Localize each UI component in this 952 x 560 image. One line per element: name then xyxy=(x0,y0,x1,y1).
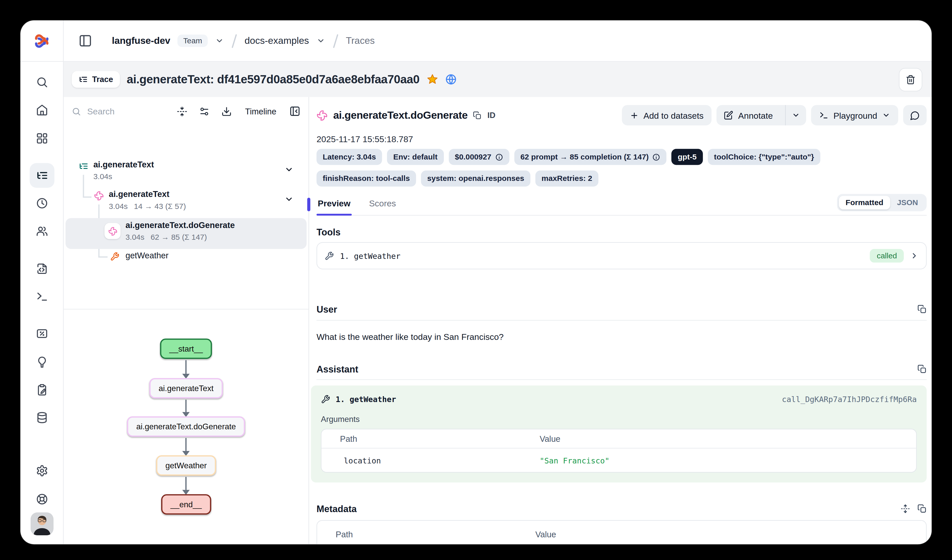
users-icon[interactable] xyxy=(36,225,48,237)
playground-button[interactable]: Playground xyxy=(811,105,898,125)
tree-settings-icon[interactable] xyxy=(199,106,210,116)
breadcrumb-org[interactable]: langfuse-dev xyxy=(112,35,170,46)
delete-trace-button[interactable] xyxy=(899,68,923,91)
observation-title: ai.generateText.doGenerate xyxy=(333,109,468,121)
sidebar-item-traces-active[interactable] xyxy=(29,163,54,188)
tool-definition-row[interactable]: 1. getWeather called xyxy=(317,242,927,269)
chevron-right-icon[interactable] xyxy=(910,251,919,260)
detail-header: ai.generateText.doGenerate ID Add to dat… xyxy=(317,105,927,125)
tool-choice-badge: toolChoice: {"type":"auto"} xyxy=(708,149,820,165)
annotate-dropdown-chevron[interactable] xyxy=(785,105,806,125)
arg-path: location xyxy=(321,455,540,465)
copy-icon[interactable] xyxy=(473,111,482,119)
graph-edge xyxy=(185,438,187,451)
support-icon[interactable] xyxy=(36,493,48,505)
graph-node-end[interactable]: __end__ xyxy=(161,494,211,515)
tab-scores[interactable]: Scores xyxy=(368,196,397,215)
insights-icon[interactable] xyxy=(36,356,48,368)
trace-graph: __start__ ai.generateText ai.generateTex… xyxy=(64,309,309,544)
comment-button[interactable] xyxy=(903,105,927,125)
org-switcher-chevron-icon[interactable] xyxy=(215,36,224,45)
toggle-json[interactable]: JSON xyxy=(890,196,925,210)
toggle-formatted[interactable]: Formatted xyxy=(839,196,890,210)
chevron-down-icon[interactable] xyxy=(284,165,294,174)
breadcrumb: langfuse-dev Team docs-examples Traces xyxy=(64,20,932,61)
trace-type-badge: Trace xyxy=(72,71,120,88)
generation-icon xyxy=(317,110,328,121)
copy-icon[interactable] xyxy=(917,304,927,314)
assistant-tool-call-card: 1. getWeather call_DgKARp7a7IhJPDczfifMp… xyxy=(311,386,927,483)
tree-gen-tokens: 14 → 43 (Σ 57) xyxy=(134,202,186,211)
graph-edge xyxy=(185,477,187,490)
max-retries-badge: maxRetries: 2 xyxy=(535,170,598,187)
badge-row-2: finishReason: tool-calls system: openai.… xyxy=(317,170,927,187)
copy-icon[interactable] xyxy=(917,365,927,374)
scores-icon[interactable] xyxy=(36,327,48,339)
graph-node-generatetext[interactable]: ai.generateText xyxy=(149,378,223,398)
download-icon[interactable] xyxy=(221,106,232,116)
copy-icon[interactable] xyxy=(917,504,927,514)
annotation-icon[interactable] xyxy=(36,384,48,396)
search-input[interactable] xyxy=(86,106,154,117)
model-badge[interactable]: gpt-5 xyxy=(672,149,703,165)
public-globe-icon[interactable] xyxy=(445,74,457,85)
user-message: What is the weather like today in San Fr… xyxy=(317,332,927,342)
tools-heading: Tools xyxy=(317,227,927,237)
home-icon[interactable] xyxy=(36,104,48,116)
graph-edge xyxy=(185,400,187,412)
sidebar-toggle-icon[interactable] xyxy=(79,34,92,47)
prompts-icon[interactable] xyxy=(36,262,48,275)
tool-call-name: 1. getWeather xyxy=(336,395,396,404)
panel-resize-handle[interactable] xyxy=(307,198,310,211)
info-icon[interactable] xyxy=(652,153,661,161)
section-divider xyxy=(317,380,927,380)
icon-rail xyxy=(20,62,64,544)
graph-node-dogenerate[interactable]: ai.generateText.doGenerate xyxy=(127,416,245,437)
tree-row-generation-label[interactable]: ai.generateText xyxy=(109,190,170,199)
metadata-table: Path Value xyxy=(317,520,927,545)
tree-row-dogenerate-label[interactable]: ai.generateText.doGenerate xyxy=(125,221,235,230)
collapse-all-icon[interactable] xyxy=(177,106,188,116)
tool-call-id: call_DgKARp7a7IhJPDczfifMp6Ra xyxy=(782,395,917,404)
tree-row-root-label[interactable]: ai.generateText xyxy=(93,160,154,169)
breadcrumb-project[interactable]: docs-examples xyxy=(244,35,309,46)
chevron-down-icon[interactable] xyxy=(284,194,294,204)
assistant-section-header: Assistant xyxy=(317,364,927,374)
playground-icon[interactable] xyxy=(36,290,48,303)
graph-node-start[interactable]: __start__ xyxy=(160,339,212,359)
tree-row-tool-label[interactable]: getWeather xyxy=(125,251,168,260)
breadcrumb-section[interactable]: Traces xyxy=(346,35,374,46)
tab-preview[interactable]: Preview xyxy=(317,196,352,215)
bookmark-star-icon[interactable] xyxy=(426,74,438,85)
badge-row-1: Latency: 3.04s Env: default $0.000927 62… xyxy=(317,149,927,165)
tree-dogen-tokens: 62 → 85 (Σ 147) xyxy=(151,233,207,242)
tree-search[interactable] xyxy=(72,106,177,117)
add-to-datasets-button[interactable]: Add to datasets xyxy=(622,105,712,125)
annotate-button[interactable]: Annotate xyxy=(716,105,780,125)
expand-icon[interactable] xyxy=(901,504,910,514)
plus-icon xyxy=(630,111,638,119)
datasets-icon[interactable] xyxy=(36,412,48,424)
user-heading: User xyxy=(317,304,337,315)
trace-header: Trace ai.generateText: df41e597d0a85e0d7… xyxy=(64,62,932,97)
sessions-icon[interactable] xyxy=(36,197,48,209)
avatar[interactable] xyxy=(30,512,53,535)
tokens-badge: 62 prompt → 85 completion (Σ 147) xyxy=(514,149,667,165)
project-switcher-chevron-icon[interactable] xyxy=(317,36,325,45)
search-icon[interactable] xyxy=(36,76,48,88)
info-icon[interactable] xyxy=(495,153,503,161)
terminal-icon xyxy=(819,111,828,120)
settings-icon[interactable] xyxy=(36,464,48,477)
user-section-header: User xyxy=(317,304,927,315)
trace-icon xyxy=(79,161,88,171)
dashboard-icon[interactable] xyxy=(36,132,48,145)
trace-icon xyxy=(79,75,88,84)
collapse-panel-icon[interactable] xyxy=(289,106,301,117)
langfuse-logo-icon[interactable] xyxy=(33,32,50,49)
graph-node-getweather[interactable]: getWeather xyxy=(156,455,216,476)
tool-called-badge: called xyxy=(870,249,904,262)
format-toggle: Formatted JSON xyxy=(837,194,927,211)
timeline-toggle[interactable]: Timeline xyxy=(245,106,276,116)
id-label: ID xyxy=(487,111,496,120)
tool-name: 1. getWeather xyxy=(340,251,400,261)
